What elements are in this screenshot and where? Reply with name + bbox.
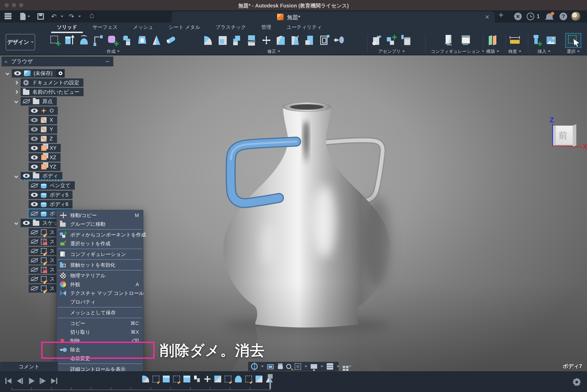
visibility-eye-icon[interactable]: [31, 240, 38, 244]
redo-caret-icon[interactable]: [78, 16, 81, 17]
cone-icon[interactable]: [151, 34, 162, 46]
browser-collapse-icon[interactable]: «: [4, 58, 8, 65]
play-icon[interactable]: [28, 378, 35, 384]
timeline-feature-combine-icon[interactable]: [214, 376, 221, 382]
rails-icon[interactable]: [93, 34, 104, 46]
timeline-feature-sketch-icon[interactable]: [173, 376, 180, 382]
timeline-feature-sketch-icon[interactable]: [245, 376, 252, 382]
visibility-eye-icon[interactable]: [31, 202, 38, 206]
tree-expand-icon[interactable]: [14, 100, 18, 103]
visibility-eye-icon[interactable]: [31, 230, 38, 234]
construct-plane-icon[interactable]: [487, 34, 499, 46]
tree-row[interactable]: ペン立て: [2, 181, 135, 190]
menu-item[interactable]: 切り取り⌘X: [56, 328, 143, 336]
timeline-feature-extrude-icon[interactable]: [184, 376, 190, 382]
silhouette-split-icon[interactable]: [319, 34, 330, 46]
group-label-inspect[interactable]: 検査: [508, 48, 521, 54]
menu-item[interactable]: ボディからコンポーネントを作成: [56, 230, 143, 239]
orbit-caret-icon[interactable]: [261, 366, 264, 368]
tree-row[interactable]: XZ: [2, 153, 135, 162]
grid-caret-icon[interactable]: [337, 366, 339, 368]
menu-item[interactable]: テクスチャ マップ コントロール: [56, 289, 143, 298]
ribbon-tab[interactable]: ユーティリティ: [285, 23, 324, 31]
revolve-icon[interactable]: [78, 34, 90, 46]
ribbon-tab[interactable]: プラスチック: [214, 23, 248, 31]
tree-expand-icon[interactable]: [14, 90, 18, 94]
draft-icon[interactable]: [290, 34, 302, 46]
tree-row[interactable]: Z: [2, 134, 135, 143]
tree-row[interactable]: ボディ6: [2, 200, 135, 208]
look-at-icon[interactable]: [267, 364, 274, 369]
comments-panel[interactable]: コメント: [0, 362, 58, 372]
vase-right-handle[interactable]: [327, 140, 382, 204]
timeline-feature-sketch-icon[interactable]: [152, 376, 159, 382]
new-component-icon[interactable]: [386, 34, 398, 46]
select-tool-icon[interactable]: [565, 33, 581, 48]
menu-item[interactable]: グループに移動: [56, 220, 143, 228]
derive-icon[interactable]: [371, 34, 383, 46]
menu-item[interactable]: コピー⌘C: [56, 319, 143, 328]
visibility-eye-icon[interactable]: [31, 277, 38, 281]
group-label-configuration[interactable]: コンフィギュレーション: [431, 48, 484, 54]
document-tab[interactable]: 無題* ×: [172, 12, 495, 22]
extrude-icon[interactable]: [64, 34, 76, 46]
tree-expand-icon[interactable]: [14, 221, 18, 225]
view-cube[interactable]: 前 Z X: [542, 114, 587, 158]
zoom-icon[interactable]: [286, 364, 291, 369]
tree-row[interactable]: O: [2, 106, 135, 115]
save-icon[interactable]: [38, 13, 44, 20]
tree-expand-icon[interactable]: [14, 81, 18, 84]
undo-caret-icon[interactable]: [61, 16, 63, 17]
move-copy-icon[interactable]: [261, 34, 272, 46]
create-form-icon[interactable]: [107, 34, 119, 46]
timeline-feature-move-icon[interactable]: [204, 376, 211, 382]
viewports-caret-icon[interactable]: [349, 366, 351, 368]
timeline-feature-combine-icon[interactable]: [256, 376, 262, 382]
visibility-eye-icon[interactable]: [23, 221, 30, 225]
display-settings-icon[interactable]: [311, 364, 317, 369]
tree-expand-icon[interactable]: [14, 174, 18, 178]
visibility-eye-icon[interactable]: [31, 212, 38, 216]
menu-item[interactable]: メッシュとして保存: [56, 308, 143, 317]
ribbon-tab[interactable]: 管理: [260, 23, 273, 31]
visibility-eye-icon[interactable]: [31, 258, 38, 262]
step-forward-icon[interactable]: [40, 378, 46, 384]
visibility-eye-icon[interactable]: [23, 99, 30, 104]
workspace-selector[interactable]: デザイン: [6, 34, 35, 50]
extensions-icon[interactable]: [514, 12, 522, 20]
timeline-track[interactable]: [12, 388, 271, 390]
joint-table-icon[interactable]: [400, 34, 412, 46]
viewcube-front-face[interactable]: 前: [553, 126, 573, 146]
tree-row[interactable]: XY: [2, 144, 135, 152]
redo-icon[interactable]: ↷: [69, 12, 74, 20]
visibility-eye-icon[interactable]: [31, 193, 38, 197]
menu-item[interactable]: コンフィギュレーション: [56, 250, 143, 258]
group-label-insert[interactable]: 挿入: [538, 48, 550, 54]
visibility-eye-icon[interactable]: [31, 286, 38, 290]
pipe-icon[interactable]: [165, 34, 177, 46]
tree-row[interactable]: ボディ: [2, 172, 135, 180]
tree-row[interactable]: YZ: [2, 162, 135, 171]
menu-item[interactable]: 移動/コピーM: [56, 211, 143, 220]
loft-icon[interactable]: [122, 34, 134, 46]
home-icon[interactable]: ⌂: [89, 12, 94, 19]
document-tab-close-icon[interactable]: ×: [485, 13, 489, 21]
pan-icon[interactable]: [278, 365, 283, 369]
configure-icon[interactable]: [443, 34, 455, 46]
timeline-playhead[interactable]: [270, 374, 271, 389]
group-label-create[interactable]: 作成: [107, 48, 120, 54]
measure-icon[interactable]: [509, 34, 521, 46]
fit-view-icon[interactable]: [295, 363, 301, 370]
visibility-eye-icon[interactable]: [31, 137, 38, 141]
fit-caret-icon[interactable]: [304, 366, 307, 368]
visibility-eye-icon[interactable]: [31, 268, 38, 272]
offset-face-icon[interactable]: [246, 34, 258, 46]
group-label-modify[interactable]: 修正: [267, 48, 280, 54]
timeline-feature-sketch-icon[interactable]: [224, 376, 232, 382]
timeline-feature-bodies-icon[interactable]: [194, 376, 200, 382]
visibility-eye-icon[interactable]: [31, 146, 38, 150]
vase-left-handle-selected[interactable]: [231, 142, 296, 203]
group-label-construct[interactable]: 構築: [486, 48, 499, 54]
create-sketch-icon[interactable]: [49, 34, 61, 46]
job-status-icon[interactable]: [527, 12, 534, 20]
